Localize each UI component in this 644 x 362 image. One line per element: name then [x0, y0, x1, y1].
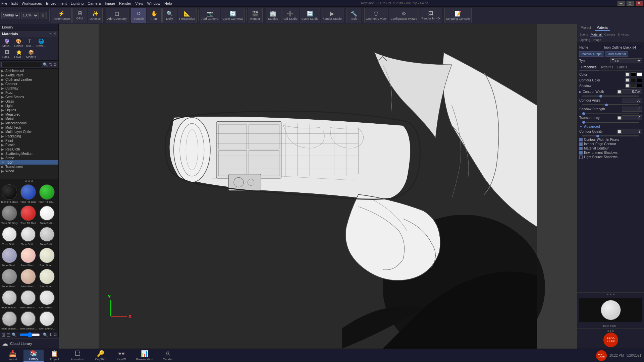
minimize-btn[interactable]: ─	[618, 1, 625, 6]
category-light[interactable]: ▶Light	[0, 104, 58, 108]
swatch-toon-shade-5[interactable]: Toon Shad...	[19, 268, 38, 289]
rp-project-tab[interactable]: Project	[579, 25, 592, 31]
library-btn[interactable]: 📚 Library	[23, 350, 44, 362]
menu-render[interactable]: Render	[119, 1, 131, 5]
add-camera-btn[interactable]: 📷 Add Camera	[200, 8, 220, 23]
category-stone[interactable]: ▶Stone	[0, 156, 58, 160]
transparency-lock-icon[interactable]: 🔲	[617, 116, 622, 120]
tools-btn[interactable]: 🔧 Tools	[346, 8, 361, 23]
material-name-input[interactable]	[602, 45, 642, 50]
materials-close-icon[interactable]: ✕	[53, 32, 56, 36]
category-glass[interactable]: ▶Glass	[0, 99, 58, 104]
category-paint[interactable]: ▶Paint	[0, 138, 58, 143]
swatch-toon-sketch-6[interactable]: Toon Sketch...	[38, 310, 56, 331]
close-btn[interactable]: ✕	[636, 1, 643, 6]
contour-color-swatch-dark[interactable]	[631, 78, 636, 82]
swatch-toon-fill-black[interactable]: Toon Fill Black	[0, 183, 19, 204]
category-realcloth[interactable]: ▶RealCloth	[0, 147, 58, 152]
cloud-library-section[interactable]: ☁ Cloud Library	[0, 338, 59, 349]
search-bottom-icon[interactable]: 🔍	[12, 333, 17, 337]
contour-width-expand-icon[interactable]: ▶	[579, 90, 582, 94]
search-input[interactable]	[1, 62, 42, 67]
workspace-dropdown[interactable]: Startup	[1, 12, 20, 19]
swatch-toon-fill-red[interactable]: Toon Fill Red	[19, 204, 38, 226]
env-shadows-checkbox[interactable]	[579, 151, 583, 155]
category-cloth-leather[interactable]: ▶Cloth and Leather	[0, 77, 58, 82]
sort-icon[interactable]: ⇅	[49, 62, 52, 67]
rp-scene-tab[interactable]: Scene	[579, 33, 589, 37]
transparency-slider[interactable]	[582, 122, 639, 123]
category-toon[interactable]: ▼Toon	[0, 160, 58, 165]
viewport[interactable]: 人人素材 RRCG RRCG 人八·人素材 人人素材 人八·人素材 RRCG	[59, 24, 577, 349]
category-scattering[interactable]: ▶Scattering Medium	[0, 152, 58, 156]
category-mold-tech[interactable]: ▶Mold-Tech	[0, 125, 58, 130]
menu-workspaces[interactable]: Workspaces	[22, 1, 42, 5]
category-contour[interactable]: ▶Contour	[0, 82, 58, 86]
category-translucent[interactable]: ▶Translucent	[0, 165, 58, 169]
color-swatch-black[interactable]	[631, 72, 636, 76]
swatch-toon-shade-4[interactable]: Toon Shad...	[0, 268, 19, 289]
textures-tab[interactable]: Textures	[599, 65, 615, 70]
menu-window[interactable]: Window	[147, 1, 160, 5]
menu-edit[interactable]: Edit	[11, 1, 18, 5]
swatch-toon-outline-3[interactable]: Toon Outli...	[19, 226, 38, 247]
contour-width-thumb[interactable]	[599, 95, 602, 98]
tab-materials[interactable]: 🔮 Mate...	[1, 38, 13, 48]
transparency-thumb[interactable]	[582, 121, 585, 124]
contour-angle-thumb[interactable]	[605, 104, 608, 106]
swatch-toon-shade-6[interactable]: Toon Shad...	[38, 268, 56, 289]
type-select[interactable]: Toon	[610, 58, 642, 63]
swatch-toon-sketch-4[interactable]: Toon Sketch...	[0, 310, 19, 331]
performance-btn[interactable]: ⚡ Performance	[51, 8, 72, 23]
contour-angle-value[interactable]: 30	[622, 98, 642, 103]
material-contour-checkbox[interactable]	[579, 147, 583, 150]
rp-material-sub-tab[interactable]: Material	[590, 33, 603, 37]
cycle-studio-btn[interactable]: 🔄 Cycle Studio	[300, 8, 320, 23]
swatch-toon-sketch-1[interactable]: Toon Sketch...	[0, 289, 19, 310]
swatch-toon-shade-3[interactable]: Toon Shad...	[38, 247, 56, 268]
rp-lighting-tab[interactable]: Lighting	[579, 38, 591, 42]
category-metal[interactable]: ▶Metal	[0, 117, 58, 121]
swatch-toon-shade-2[interactable]: Toon Shad...	[19, 247, 38, 268]
contour-quality-slider[interactable]	[582, 135, 639, 136]
dolly-btn[interactable]: 🔍 Dolly	[162, 8, 177, 23]
import-btn[interactable]: 📥 Import	[3, 350, 23, 362]
rp-environ-tab[interactable]: Environ...	[617, 33, 632, 37]
search-icon[interactable]: 🔍	[43, 62, 48, 67]
category-axalta-paint[interactable]: ▶Axalta Paint	[0, 73, 58, 77]
contour-quality-value[interactable]: 2	[622, 129, 642, 134]
contour-width-lock-icon[interactable]: 🔲	[617, 89, 622, 94]
add-studio-btn[interactable]: ➕ Add Studio	[281, 8, 299, 23]
swatch-toon-outline-2[interactable]: Toon Outli...	[0, 226, 19, 247]
contour-color-swatch-black[interactable]	[637, 78, 642, 82]
add-geometry-btn[interactable]: ◻ Add Geometry	[106, 8, 128, 23]
category-fuzz[interactable]: ▶Fuzz	[0, 90, 58, 95]
zoom-in-icon[interactable]: 🔍	[43, 333, 48, 337]
swatch-toon-sketch-3[interactable]: Toon Sketch...	[38, 289, 56, 310]
menu-help[interactable]: Help	[164, 1, 172, 5]
render-hd-btn[interactable]: 🖼 Render In HD	[420, 8, 441, 23]
color-swatch-white[interactable]	[637, 72, 642, 76]
contour-angle-slider[interactable]	[582, 104, 639, 105]
shadow-strength-thumb[interactable]	[582, 112, 585, 115]
render-btn[interactable]: 🎬 Render	[248, 8, 263, 23]
menu-environment[interactable]: Environment	[46, 1, 67, 5]
shadow-swatch[interactable]	[631, 84, 636, 88]
contour-quality-thumb[interactable]	[596, 135, 599, 137]
configurator-btn[interactable]: ⚙ Configurator Wizard	[389, 8, 419, 23]
category-cutaway[interactable]: ▶Cutaway	[0, 86, 58, 90]
contour-quality-lock-icon[interactable]: 🔲	[617, 129, 622, 134]
category-gem-stones[interactable]: ▶Gem Stones	[0, 95, 58, 99]
swatch-toon-outline-4[interactable]: Toon Outli...	[38, 226, 56, 247]
transparency-value[interactable]: 0	[622, 115, 642, 120]
shadow-strength-value[interactable]: 0	[622, 107, 642, 112]
project-btn[interactable]: 📋 Project	[44, 350, 64, 362]
light-source-shadows-checkbox[interactable]	[579, 156, 583, 159]
grid-view-icon[interactable]: ⊞	[1, 332, 5, 338]
keyvr-btn[interactable]: 👓 KeyVR	[111, 350, 131, 362]
menu-view[interactable]: View	[135, 1, 143, 5]
menu-camera[interactable]: Camera	[88, 1, 101, 5]
material-graph-btn[interactable]: Material Graph	[579, 51, 604, 57]
shadow-picker-icon[interactable]: 🔲	[625, 83, 630, 88]
pause-btn[interactable]: ⏸	[40, 12, 47, 19]
